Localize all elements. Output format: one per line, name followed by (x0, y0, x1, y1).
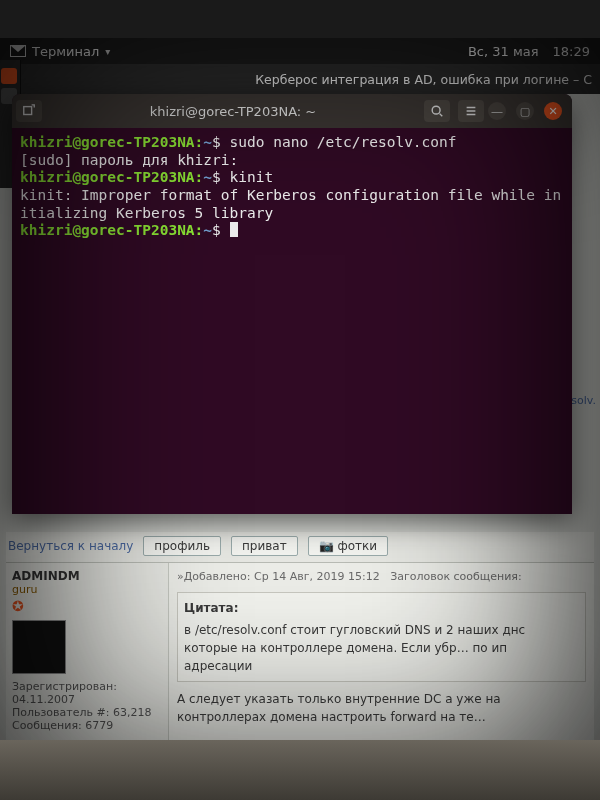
svg-rect-0 (24, 107, 32, 115)
prompt-path: ~ (203, 134, 212, 150)
topbar-time[interactable]: 18:29 (553, 44, 590, 59)
terminal-cmd-2: kinit (230, 169, 274, 185)
active-app-label: Терминал (32, 44, 99, 59)
quote-text: в /etc/resolv.conf стоит гугловский DNS … (184, 621, 579, 675)
terminal-titlebar[interactable]: khizri@gorec-TP203NA: ~ ― ▢ ✕ (12, 94, 572, 128)
search-icon (430, 104, 444, 118)
terminal-error-line: kinit: Improper format of Kerberos confi… (20, 187, 561, 221)
author-reg-line: Зарегистрирован:04.11.2007 (12, 680, 162, 706)
photo-top-border (0, 0, 600, 38)
dock-firefox-icon[interactable] (1, 68, 17, 84)
chevron-down-icon: ▾ (105, 46, 110, 57)
avatar[interactable] (12, 620, 66, 674)
hamburger-icon (464, 104, 478, 118)
terminal-window[interactable]: khizri@gorec-TP203NA: ~ ― ▢ ✕ khizri@gor… (12, 94, 572, 514)
photos-button[interactable]: 📷 фотки (308, 536, 388, 556)
back-to-top-link[interactable]: Вернуться к началу (8, 539, 133, 553)
post-text-line: А следует указать только внутренние DC а… (177, 690, 586, 726)
terminal-cursor (230, 222, 238, 237)
pm-button[interactable]: приват (231, 536, 298, 556)
post-author-rank: guru (12, 583, 37, 596)
window-close-button[interactable]: ✕ (544, 102, 562, 120)
window-minimize-button[interactable]: ― (488, 102, 506, 120)
terminal-cmd-1: sudo nano /etc/resolv.conf (230, 134, 457, 150)
window-maximize-button[interactable]: ▢ (516, 102, 534, 120)
author-id-line: Пользователь #: 63,218 (12, 706, 162, 719)
author-badge-icon: ✪ (12, 598, 162, 614)
terminal-body[interactable]: khizri@gorec-TP203NA:~$ sudo nano /etc/r… (12, 128, 572, 514)
terminal-sudo-line: [sudo] пароль для khizri: (20, 152, 238, 168)
terminal-search-button[interactable] (424, 100, 450, 122)
terminal-title: khizri@gorec-TP203NA: ~ (46, 104, 420, 119)
active-app-menu[interactable]: Терминал ▾ (10, 44, 110, 59)
svg-point-1 (432, 106, 440, 114)
quote-header: Цитата: (184, 599, 579, 617)
terminal-app-icon (10, 45, 26, 57)
plus-tab-icon (22, 104, 36, 118)
post-meta: »Добавлено: Ср 14 Авг, 2019 15:12 Заголо… (177, 569, 586, 586)
post-author-name[interactable]: ADMINDM (12, 569, 162, 583)
browser-tab-strip[interactable]: Керберос интеграция в AD, ошибка при лог… (0, 64, 600, 94)
author-msg-line: Сообщения: 6779 (12, 719, 162, 732)
post-actions-row: Вернуться к началу профиль приват 📷 фотк… (6, 532, 594, 563)
browser-tab-title: Керберос интеграция в AD, ошибка при лог… (255, 72, 592, 87)
topbar-date[interactable]: Вс, 31 мая (468, 44, 539, 59)
photo-bottom-border (0, 740, 600, 800)
new-tab-button[interactable] (16, 100, 42, 122)
terminal-menu-button[interactable] (458, 100, 484, 122)
quote-block: Цитата: в /etc/resolv.conf стоит гугловс… (177, 592, 586, 682)
prompt-user: khizri@gorec-TP203NA (20, 134, 195, 150)
profile-button[interactable]: профиль (143, 536, 221, 556)
gnome-top-bar: Терминал ▾ Вс, 31 мая 18:29 (0, 38, 600, 64)
